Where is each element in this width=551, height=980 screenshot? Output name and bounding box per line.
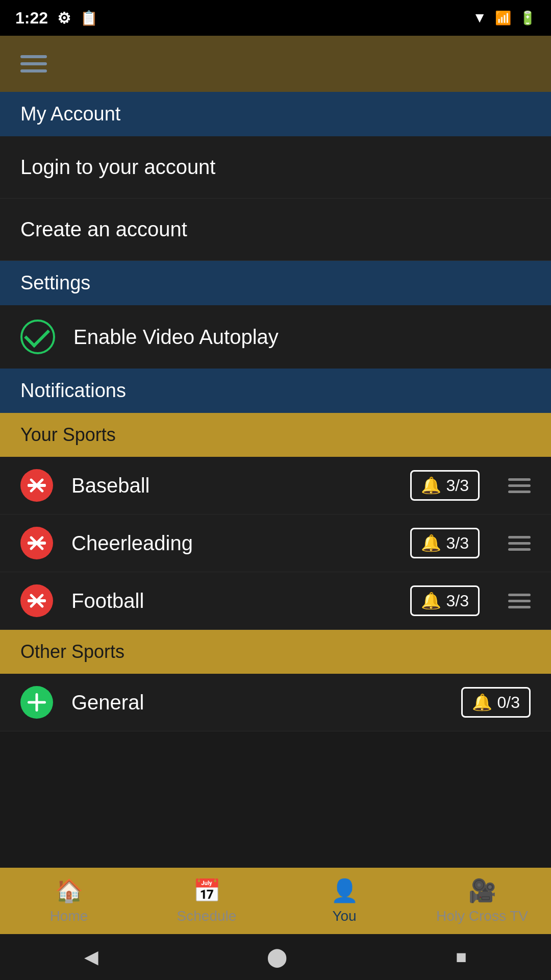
home-button[interactable]: ⬤: [267, 946, 287, 968]
create-account-label: Create an account: [20, 218, 187, 241]
status-bar-left: 1:22 ⚙ 📋: [15, 9, 98, 28]
add-plus-general: [28, 693, 46, 712]
autoplay-check-icon: [20, 320, 55, 354]
signal-icon: 📶: [495, 10, 511, 26]
cheerleading-notif-badge[interactable]: 🔔 3/3: [410, 528, 480, 558]
other-sports-label: Other Sports: [20, 641, 124, 662]
hamburger-line-2: [20, 62, 47, 65]
login-label: Login to your account: [20, 156, 215, 179]
wifi-icon: ▼: [472, 10, 487, 26]
bottom-nav: 🏠 Home 📅 Schedule 👤 You 🎥 Holy Cross TV: [0, 868, 551, 934]
cheerleading-bell-icon: 🔔: [421, 533, 441, 553]
system-nav: ◀ ⬤ ■: [0, 934, 551, 980]
cheerleading-label: Cheerleading: [71, 532, 392, 555]
cheerleading-reorder-icon[interactable]: [508, 536, 531, 551]
hamburger-line-1: [20, 55, 47, 58]
battery-icon: 🔋: [519, 10, 536, 26]
hctv-label: Holy Cross TV: [436, 908, 528, 924]
schedule-label: Schedule: [177, 908, 237, 924]
general-bell-icon: 🔔: [472, 693, 492, 712]
enable-autoplay-item[interactable]: Enable Video Autoplay: [0, 305, 551, 369]
nav-you[interactable]: 👤 You: [298, 877, 390, 924]
status-bar: 1:22 ⚙ 📋 ▼ 📶 🔋: [0, 0, 551, 36]
general-notif-count: 0/3: [497, 693, 520, 712]
home-icon: 🏠: [55, 877, 83, 904]
football-bell-icon: 🔔: [421, 591, 441, 610]
hctv-icon: 🎥: [468, 877, 496, 904]
status-bar-right: ▼ 📶 🔋: [472, 10, 536, 26]
nav-schedule[interactable]: 📅 Schedule: [161, 877, 253, 924]
notifications-label: Notifications: [20, 380, 126, 401]
nav-home[interactable]: 🏠 Home: [23, 877, 115, 924]
sport-row-general[interactable]: General 🔔 0/3: [0, 674, 551, 731]
general-notif-badge[interactable]: 🔔 0/3: [461, 687, 531, 718]
section-my-account: My Account: [0, 92, 551, 136]
remove-football-icon[interactable]: [20, 584, 53, 617]
section-your-sports: Your Sports: [0, 413, 551, 457]
sport-row-football[interactable]: Football 🔔 3/3: [0, 572, 551, 630]
cheerleading-notif-count: 3/3: [446, 534, 469, 553]
enable-autoplay-label: Enable Video Autoplay: [73, 326, 279, 349]
clipboard-icon: 📋: [80, 10, 98, 27]
sport-row-cheerleading[interactable]: Cheerleading 🔔 3/3: [0, 514, 551, 572]
settings-icon: ⚙: [57, 9, 71, 27]
baseball-bell-icon: 🔔: [421, 476, 441, 495]
football-notif-count: 3/3: [446, 592, 469, 610]
top-bar: [0, 36, 551, 92]
schedule-icon: 📅: [193, 877, 221, 904]
nav-holy-cross-tv[interactable]: 🎥 Holy Cross TV: [436, 877, 528, 924]
football-label: Football: [71, 590, 392, 612]
back-button[interactable]: ◀: [84, 946, 98, 968]
general-label: General: [71, 691, 443, 714]
add-general-icon[interactable]: [20, 686, 53, 719]
remove-x-cheerleading: [28, 534, 46, 552]
my-account-label: My Account: [20, 103, 120, 125]
baseball-reorder-icon[interactable]: [508, 478, 531, 493]
time-display: 1:22: [15, 9, 48, 28]
football-reorder-icon[interactable]: [508, 594, 531, 608]
you-label: You: [332, 908, 356, 924]
home-label: Home: [50, 908, 88, 924]
you-icon: 👤: [331, 877, 359, 904]
remove-x-baseball: [28, 476, 46, 495]
baseball-notif-badge[interactable]: 🔔 3/3: [410, 470, 480, 501]
football-notif-badge[interactable]: 🔔 3/3: [410, 585, 480, 616]
create-account-menu-item[interactable]: Create an account: [0, 199, 551, 261]
section-notifications: Notifications: [0, 369, 551, 413]
hamburger-line-3: [20, 69, 47, 72]
baseball-notif-count: 3/3: [446, 476, 469, 495]
login-menu-item[interactable]: Login to your account: [0, 136, 551, 199]
section-other-sports: Other Sports: [0, 630, 551, 674]
remove-baseball-icon[interactable]: [20, 469, 53, 502]
section-settings: Settings: [0, 261, 551, 305]
recents-button[interactable]: ■: [456, 946, 467, 968]
sport-row-baseball[interactable]: Baseball 🔔 3/3: [0, 457, 551, 514]
your-sports-label: Your Sports: [20, 424, 116, 445]
remove-x-football: [28, 592, 46, 610]
remove-cheerleading-icon[interactable]: [20, 527, 53, 559]
hamburger-menu[interactable]: [20, 55, 47, 72]
baseball-label: Baseball: [71, 474, 392, 497]
settings-label: Settings: [20, 272, 90, 293]
